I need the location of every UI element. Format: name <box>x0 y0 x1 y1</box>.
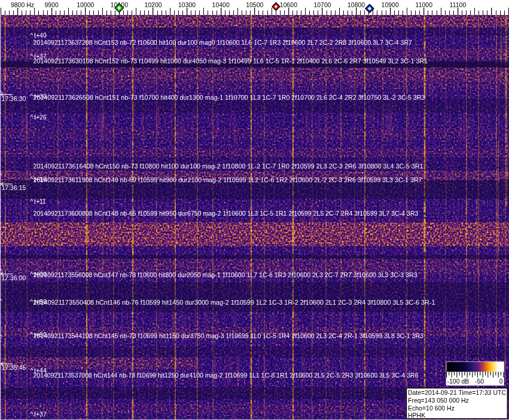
svg-text:20140921173600808 hCnt148 nb-6: 20140921173600808 hCnt148 nb-65 f10599 h… <box>33 210 419 217</box>
svg-text:^: ^ <box>30 331 33 338</box>
svg-text:10700: 10700 <box>313 1 331 8</box>
svg-text:9800 Hz: 9800 Hz <box>11 1 34 8</box>
svg-text:20140921173556008 hCnt147 nb-7: 20140921173556008 hCnt147 nb-73 f10600 h… <box>33 271 417 278</box>
svg-text:t+11: t+11 <box>34 198 46 205</box>
svg-text:0: 0 <box>499 378 503 385</box>
svg-text:t+40: t+40 <box>34 32 47 39</box>
svg-text:10200: 10200 <box>144 1 161 8</box>
svg-text:20140921173626508 hCnt151 nb-7: 20140921173626508 hCnt151 nb-73 f10700 h… <box>33 94 425 101</box>
svg-text:HPHK: HPHK <box>408 412 425 419</box>
svg-text:^: ^ <box>30 298 33 305</box>
svg-text:^: ^ <box>30 410 33 418</box>
svg-text:Echo=10 600 Hz: Echo=10 600 Hz <box>408 404 455 412</box>
svg-text:^: ^ <box>30 271 33 278</box>
svg-text:^: ^ <box>30 53 33 60</box>
svg-text:10500: 10500 <box>246 1 263 8</box>
svg-text:t+44: t+44 <box>34 367 47 374</box>
svg-text:t+50: t+50 <box>34 331 47 338</box>
svg-text:t+00: t+00 <box>34 271 47 278</box>
svg-text:10800: 10800 <box>348 1 365 8</box>
svg-text:t+56: t+56 <box>34 298 47 305</box>
svg-text:17:35:45: 17:35:45 <box>2 364 26 371</box>
svg-text:11100: 11100 <box>450 1 467 8</box>
svg-text:^: ^ <box>30 32 33 39</box>
svg-text:^: ^ <box>30 176 33 183</box>
svg-text:^: ^ <box>30 93 33 100</box>
svg-text:t+26: t+26 <box>34 114 47 121</box>
svg-text:10000: 10000 <box>77 1 94 8</box>
svg-text:17:36:30: 17:36:30 <box>2 95 26 102</box>
svg-text:-50: -50 <box>475 378 484 385</box>
svg-text:10900: 10900 <box>382 1 399 8</box>
svg-text:17:36:00: 17:36:00 <box>2 274 26 281</box>
svg-text:^: ^ <box>30 114 33 121</box>
svg-text:t+30: t+30 <box>34 93 47 100</box>
svg-text:20140921173550408 hCnt146 nb-7: 20140921173550408 hCnt146 nb-76 f10599 h… <box>33 299 435 306</box>
svg-text:10400: 10400 <box>212 1 230 8</box>
svg-text:20140921173630108 hCnt152 nb-7: 20140921173630108 hCnt152 nb-73 f10499 h… <box>33 57 428 65</box>
svg-text:20140921173611908 hCnt149 nb-6: 20140921173611908 hCnt149 nb-69 f10599 h… <box>33 176 422 183</box>
svg-text:Date=2014-09-21 Time=17:33 UTC: Date=2014-09-21 Time=17:33 UTC <box>408 389 506 396</box>
svg-text:10300: 10300 <box>178 1 196 8</box>
svg-text:20140921173616408 hCnt150 nb-7: 20140921173616408 hCnt150 nb-73 f10800 h… <box>33 163 423 170</box>
svg-text:t+16: t+16 <box>34 176 47 183</box>
svg-text:20140921173637208 hCnt153 nb-7: 20140921173637208 hCnt153 nb-72 f10600 h… <box>33 39 413 46</box>
svg-text:17:36:15: 17:36:15 <box>2 184 26 191</box>
svg-text:20140921173544108 hCnt145 nb-7: 20140921173544108 hCnt145 nb-73 f10699 h… <box>33 332 424 339</box>
svg-text:20140921173537008 hCnt144 nb-7: 20140921173537008 hCnt144 nb-73 f10699 h… <box>33 372 419 379</box>
svg-text:^: ^ <box>30 198 33 205</box>
svg-text:11000: 11000 <box>416 1 433 8</box>
svg-text:Freq=143 050 000 Hz: Freq=143 050 000 Hz <box>408 397 469 404</box>
svg-text:t+37: t+37 <box>34 53 47 60</box>
svg-text:t+37: t+37 <box>34 410 47 418</box>
svg-text:-100 dB: -100 dB <box>447 378 470 385</box>
svg-text:10600: 10600 <box>280 1 297 8</box>
svg-text:^: ^ <box>30 367 33 374</box>
svg-text:9900: 9900 <box>45 1 59 8</box>
